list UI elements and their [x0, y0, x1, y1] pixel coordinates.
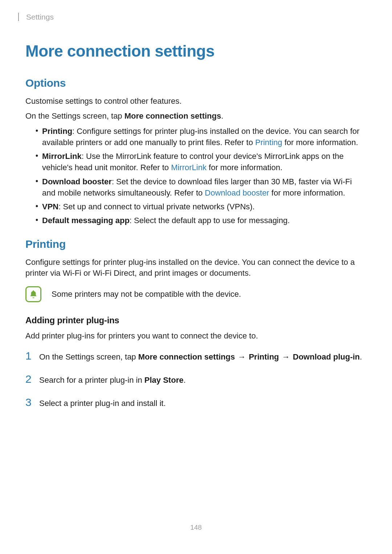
- steps-list: 1 On the Settings screen, tap More conne…: [25, 348, 367, 410]
- document-page: Settings More connection settings Option…: [0, 0, 392, 554]
- text: Search for a printer plug-in in: [39, 376, 144, 385]
- feature-label-download-booster: Download booster: [42, 177, 112, 186]
- printing-intro: Configure settings for printer plug-ins …: [25, 257, 367, 279]
- printing-heading: Printing: [25, 238, 367, 250]
- text: : Set up and connect to virtual private …: [58, 202, 254, 211]
- text: for more information.: [207, 163, 282, 172]
- tap-target: Download plug-in: [293, 352, 360, 361]
- text: for more information.: [282, 138, 358, 147]
- step-3: 3 Select a printer plug-in and install i…: [25, 395, 367, 410]
- text: .: [183, 376, 185, 385]
- feature-label-printing: Printing: [42, 127, 72, 136]
- step-1: 1 On the Settings screen, tap More conne…: [25, 348, 367, 364]
- tap-target: Play Store: [144, 376, 184, 385]
- note-bell-icon: [25, 286, 41, 302]
- link-mirrorlink[interactable]: MirrorLink: [171, 163, 207, 172]
- step-text: On the Settings screen, tap More connect…: [39, 352, 362, 363]
- page-title: More connection settings: [25, 42, 367, 60]
- feature-label-default-messaging: Default messaging app: [42, 216, 130, 225]
- list-item: Printing: Configure settings for printer…: [36, 126, 367, 148]
- step-number: 3: [25, 395, 33, 410]
- list-item: MirrorLink: Use the MirrorLink feature t…: [36, 151, 367, 173]
- step-2: 2 Search for a printer plug-in in Play S…: [25, 372, 367, 387]
- feature-list: Printing: Configure settings for printer…: [25, 126, 367, 226]
- text: .: [221, 111, 223, 120]
- link-download-booster[interactable]: Download booster: [205, 188, 269, 197]
- options-heading: Options: [25, 77, 367, 89]
- step-text: Select a printer plug-in and install it.: [39, 398, 166, 409]
- text: : Select the default app to use for mess…: [130, 216, 290, 225]
- breadcrumb: Settings: [18, 13, 367, 21]
- printing-section: Printing Configure settings for printer …: [25, 238, 367, 410]
- adding-plugins-heading: Adding printer plug-ins: [25, 315, 367, 325]
- tap-target: More connection settings: [138, 352, 235, 361]
- text: .: [360, 352, 362, 361]
- list-item: VPN: Set up and connect to virtual priva…: [36, 201, 367, 212]
- list-item: Default messaging app: Select the defaul…: [36, 215, 367, 226]
- note-text: Some printers may not be compatible with…: [52, 289, 241, 300]
- feature-label-mirrorlink: MirrorLink: [42, 152, 82, 161]
- tap-target: Printing: [249, 352, 279, 361]
- link-printing[interactable]: Printing: [255, 138, 282, 147]
- adding-plugins-intro: Add printer plug-ins for printers you wa…: [25, 331, 367, 342]
- page-number: 148: [0, 524, 392, 532]
- options-instruction: On the Settings screen, tap More connect…: [25, 111, 367, 122]
- step-text: Search for a printer plug-in in Play Sto…: [39, 375, 186, 386]
- options-intro: Customise settings to control other feat…: [25, 96, 367, 107]
- arrow-icon: →: [279, 352, 293, 361]
- feature-label-vpn: VPN: [42, 202, 58, 211]
- step-number: 2: [25, 372, 33, 387]
- note-callout: Some printers may not be compatible with…: [25, 286, 367, 302]
- list-item: Download booster: Set the device to down…: [36, 176, 367, 198]
- arrow-icon: →: [235, 352, 249, 361]
- text: On the Settings screen, tap: [39, 352, 138, 361]
- text: On the Settings screen, tap: [25, 111, 124, 120]
- step-number: 1: [25, 348, 33, 364]
- text: for more information.: [269, 188, 345, 197]
- tap-target: More connection settings: [124, 111, 221, 120]
